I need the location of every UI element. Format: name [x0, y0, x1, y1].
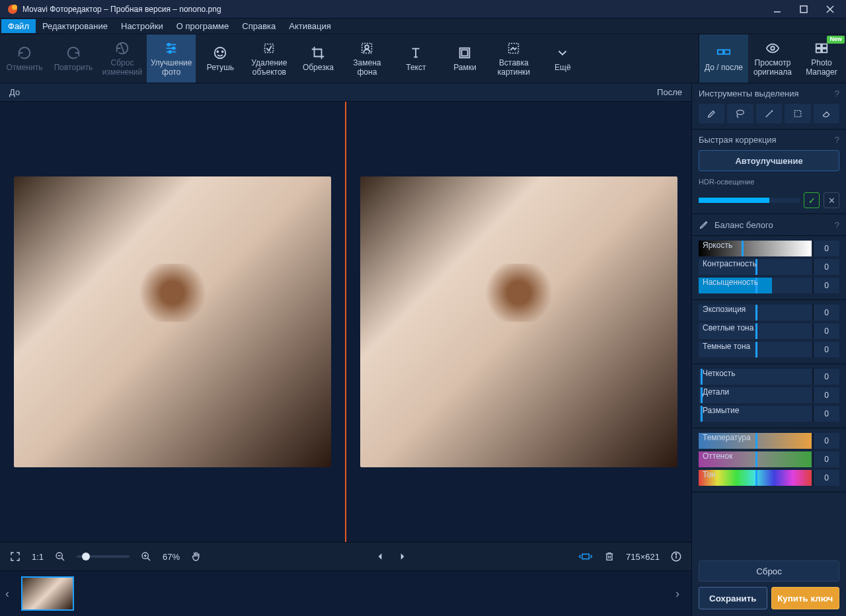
zoom-slider[interactable] [77, 555, 130, 558]
scale-11-button[interactable]: 1:1 [32, 552, 44, 562]
svg-line-48 [765, 112, 771, 117]
saturation-slider[interactable]: Насыщенность0 [699, 277, 839, 294]
svg-rect-31 [822, 49, 827, 53]
brush-tool[interactable] [699, 104, 724, 124]
hdr-apply-button[interactable]: ✓ [804, 192, 820, 208]
replace-bg-button[interactable]: Замена фона [342, 34, 391, 83]
next-button[interactable] [395, 549, 410, 564]
reset-button[interactable]: Сброс [699, 560, 839, 582]
svg-point-46 [675, 554, 677, 555]
details-slider[interactable]: Детали0 [699, 387, 839, 404]
close-button[interactable] [817, 0, 843, 19]
eraser-icon [261, 40, 277, 56]
crop-button[interactable]: Обрезка [293, 34, 342, 83]
prev-button[interactable] [373, 549, 387, 564]
svg-rect-41 [582, 554, 589, 558]
svg-rect-26 [724, 50, 730, 54]
zoom-in-button[interactable] [139, 549, 153, 564]
reset-icon [114, 40, 130, 56]
fit-button[interactable] [578, 549, 593, 564]
strip-next-button[interactable]: › [675, 587, 686, 601]
svg-point-10 [168, 44, 171, 46]
delete-button[interactable] [602, 549, 617, 564]
tint-slider[interactable]: Оттенок0 [699, 451, 839, 468]
menu-settings[interactable]: Настройки [114, 19, 170, 33]
view-original-button[interactable]: Просмотр оригинала [748, 34, 797, 83]
remove-objects-button[interactable]: Удаление объектов [245, 34, 293, 83]
after-photo [360, 176, 677, 467]
svg-rect-28 [816, 44, 821, 48]
maximize-button[interactable] [790, 0, 817, 19]
exposure-slider[interactable]: Экспозиция0 [699, 304, 839, 321]
after-label: После [657, 87, 682, 97]
svg-point-13 [215, 48, 226, 59]
temperature-slider[interactable]: Температура0 [699, 432, 839, 449]
hdr-slider[interactable] [699, 198, 800, 203]
minimize-button[interactable] [764, 0, 790, 19]
svg-point-47 [737, 110, 744, 115]
svg-rect-29 [822, 44, 827, 48]
auto-enhance-button[interactable]: Автоулучшение [699, 150, 839, 171]
help-icon[interactable]: ? [835, 89, 839, 98]
marquee-tool[interactable] [785, 104, 810, 124]
help-icon[interactable]: ? [835, 220, 839, 230]
svg-rect-3 [800, 6, 807, 13]
contrast-slider[interactable]: Контрастность0 [699, 258, 839, 276]
fullscreen-button[interactable] [8, 549, 22, 564]
text-button[interactable]: Текст [391, 34, 440, 83]
menubar: Файл Редактирование Настройки О программ… [0, 19, 846, 34]
retouch-button[interactable]: Ретушь [196, 34, 245, 83]
info-button[interactable] [669, 549, 683, 564]
zoom-out-button[interactable] [53, 549, 67, 564]
hdr-cancel-button[interactable]: ✕ [824, 192, 839, 208]
insert-image-button[interactable]: Вставка картинки [489, 34, 538, 83]
menu-help[interactable]: Справка [235, 19, 282, 33]
svg-marker-40 [401, 553, 404, 559]
svg-line-33 [61, 558, 64, 560]
eraser-tool[interactable] [814, 104, 839, 124]
magic-wand-tool[interactable] [756, 104, 782, 124]
menu-file[interactable]: Файл [1, 19, 36, 33]
compare-view[interactable] [0, 102, 691, 542]
eye-icon [765, 40, 781, 56]
eyedropper-icon[interactable] [699, 219, 709, 230]
reset-changes-button[interactable]: Сброс изменений [98, 34, 147, 83]
strip-prev-button[interactable]: ‹ [5, 587, 16, 601]
highlights-slider[interactable]: Светлые тона0 [699, 323, 839, 340]
redo-button[interactable]: Повторить [49, 34, 98, 83]
undo-icon [17, 45, 32, 61]
lasso-tool[interactable] [727, 104, 753, 124]
brightness-slider[interactable]: Яркость0 [699, 240, 839, 257]
hdr-label: HDR-освещение [699, 178, 839, 186]
titlebar: Movavi Фоторедактор – Пробная версия – n… [0, 0, 846, 19]
frames-button[interactable]: Рамки [440, 34, 489, 83]
image-dimensions: 715×621 [626, 552, 660, 562]
shadows-slider[interactable]: Темные тона0 [699, 341, 839, 358]
selection-tools-title: Инструменты выделения [699, 89, 799, 98]
undo-button[interactable]: Отменить [0, 34, 49, 83]
menu-about[interactable]: О программе [170, 19, 236, 33]
before-after-button[interactable]: До / после [699, 34, 748, 83]
menu-edit[interactable]: Редактирование [36, 19, 114, 33]
svg-line-6 [120, 44, 124, 54]
menu-activation[interactable]: Активация [282, 19, 337, 33]
save-button[interactable]: Сохранить [699, 587, 767, 609]
svg-line-36 [147, 558, 150, 560]
enhance-button[interactable]: Улучшение фото [147, 34, 196, 83]
blur-slider[interactable]: Размытие0 [699, 405, 839, 422]
sharpness-slider[interactable]: Четкость0 [699, 368, 839, 385]
pan-button[interactable] [189, 549, 204, 564]
text-icon [408, 45, 424, 61]
photo-manager-button[interactable]: New Photo Manager [797, 34, 846, 83]
help-icon[interactable]: ? [835, 135, 839, 145]
before-photo [14, 176, 331, 467]
thumbnail[interactable] [21, 576, 74, 611]
zoom-value: 67% [163, 552, 180, 562]
sliders-icon [163, 40, 179, 56]
right-panel: Инструменты выделения ? Быстрая коррекци… [691, 83, 846, 616]
more-button[interactable]: Ещё [538, 34, 587, 83]
svg-point-12 [169, 51, 172, 54]
buy-button[interactable]: Купить ключ [771, 587, 840, 609]
hue-slider[interactable]: Тон0 [699, 469, 839, 486]
crop-icon [310, 45, 326, 61]
